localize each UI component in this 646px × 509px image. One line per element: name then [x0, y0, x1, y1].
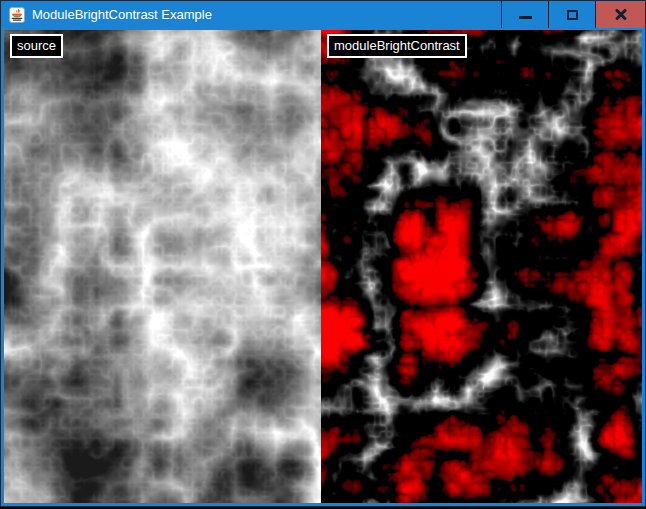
close-icon	[614, 8, 628, 22]
app-window: ModuleBrightContrast Example source modu…	[0, 0, 646, 507]
source-image	[4, 30, 321, 503]
maximize-icon	[567, 10, 578, 20]
module-bright-contrast-image	[321, 30, 642, 503]
source-label: source	[10, 34, 63, 58]
minimize-button[interactable]	[501, 1, 548, 28]
minimize-icon	[519, 16, 532, 19]
close-button[interactable]	[595, 1, 645, 28]
module-bright-contrast-panel: moduleBrightContrast	[321, 30, 642, 503]
java-coffee-icon	[9, 7, 25, 23]
window-controls	[501, 1, 645, 28]
titlebar[interactable]: ModuleBrightContrast Example	[1, 1, 645, 28]
content-area: source moduleBrightContrast	[4, 30, 642, 503]
window-title: ModuleBrightContrast Example	[32, 1, 212, 28]
source-image-panel: source	[4, 30, 321, 503]
module-bright-contrast-label: moduleBrightContrast	[327, 34, 467, 58]
maximize-button[interactable]	[548, 1, 595, 28]
